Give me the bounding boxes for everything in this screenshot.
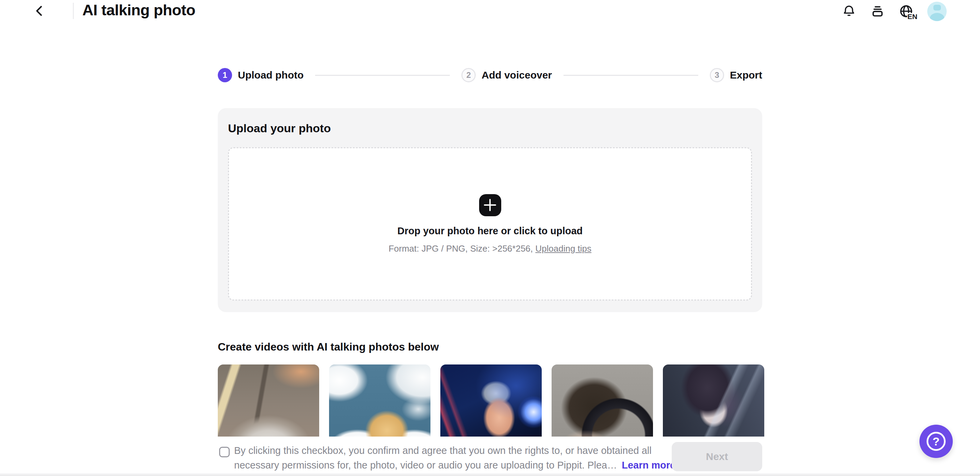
uploading-tips-link[interactable]: Uploading tips — [535, 243, 592, 254]
disclaimer-line-1: By clicking this checkbox, you confirm a… — [234, 443, 675, 458]
bell-icon — [842, 4, 856, 18]
language-label: EN — [907, 13, 918, 20]
bottom-edge-strip — [0, 473, 980, 476]
header-actions: EN — [842, 0, 947, 22]
step-upload-photo[interactable]: 1 Upload photo — [218, 68, 304, 82]
notifications-button[interactable] — [842, 4, 856, 19]
upload-card-title: Upload your photo — [228, 122, 752, 135]
rights-confirmation-checkbox[interactable] — [219, 447, 230, 457]
step-3-circle: 3 — [710, 68, 724, 82]
upload-card: Upload your photo Drop your photo here o… — [218, 108, 762, 312]
user-avatar[interactable] — [927, 2, 947, 21]
step-2-label: Add voiceover — [482, 69, 552, 81]
stepper-connector — [315, 75, 450, 76]
disclaimer-line-2: necessary permissions for, the photo, vi… — [234, 460, 617, 471]
stepper-connector — [563, 75, 698, 76]
top-bar: AI talking photo EN — [0, 0, 980, 24]
dropzone-heading: Drop your photo here or click to upload — [398, 225, 583, 236]
language-button[interactable]: EN — [899, 4, 914, 19]
next-button[interactable]: Next — [672, 442, 762, 471]
back-button[interactable] — [31, 3, 48, 19]
step-3-label: Export — [730, 69, 762, 81]
help-button[interactable]: ? — [920, 425, 953, 458]
step-2-circle: 2 — [461, 68, 476, 82]
header-divider — [73, 3, 74, 19]
avatar-head-shape — [933, 5, 941, 11]
bottom-action-bar: By clicking this checkbox, you confirm a… — [0, 439, 980, 476]
sample-photo-singer-stage[interactable] — [440, 365, 542, 436]
sample-photo-toddler-headphones[interactable] — [552, 365, 653, 436]
disclaimer-line-2-row: necessary permissions for, the photo, vi… — [234, 458, 675, 473]
step-export[interactable]: 3 Export — [710, 68, 762, 82]
sample-photos-row — [218, 365, 762, 436]
samples-section-title: Create videos with AI talking photos bel… — [218, 341, 762, 353]
sample-photo-woman-airplane[interactable] — [218, 365, 319, 436]
question-mark-icon: ? — [927, 432, 946, 451]
step-1-circle: 1 — [218, 68, 232, 82]
add-photo-button[interactable] — [479, 194, 501, 216]
chevron-left-icon — [33, 4, 46, 18]
learn-more-link[interactable]: Learn more — [622, 460, 675, 471]
step-add-voiceover[interactable]: 2 Add voiceover — [461, 68, 552, 82]
format-requirements: Format: JPG / PNG, Size: >256*256, — [388, 243, 533, 254]
sample-photo-anime-boy[interactable] — [663, 365, 764, 436]
dropzone-hint: Format: JPG / PNG, Size: >256*256, Uploa… — [388, 243, 592, 254]
ai-talking-photo-page: { "header": { "title": "AI talking photo… — [0, 0, 980, 476]
rights-disclaimer: By clicking this checkbox, you confirm a… — [234, 443, 675, 473]
tasks-button[interactable] — [870, 4, 885, 19]
avatar-body-shape — [930, 13, 944, 21]
sample-photo-angel-baby[interactable] — [329, 365, 430, 436]
stacked-trays-icon — [870, 4, 885, 18]
step-1-label: Upload photo — [238, 69, 304, 81]
page-title: AI talking photo — [82, 2, 195, 19]
photo-dropzone[interactable]: Drop your photo here or click to upload … — [228, 147, 752, 301]
